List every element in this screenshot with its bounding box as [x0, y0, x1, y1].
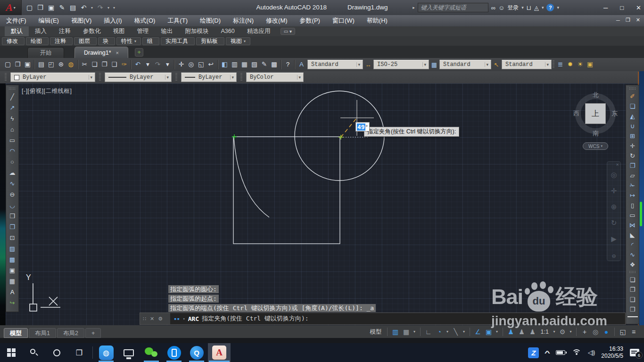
infocenter-search-input[interactable] — [418, 3, 488, 12]
qnew-icon[interactable]: ▢ — [25, 4, 34, 11]
menu-window[interactable]: 窗口(W) — [326, 15, 361, 26]
point-icon[interactable]: ⊡ — [6, 232, 18, 243]
mirror-icon[interactable]: ◭ — [626, 111, 639, 121]
toolbar-grip[interactable] — [99, 73, 101, 82]
object-snap-tracking-icon[interactable]: ∠ — [473, 327, 483, 337]
ribbon-tab-featured[interactable]: 精选应用 — [241, 26, 277, 36]
extend-icon[interactable]: ↦ — [626, 190, 639, 200]
clean-screen-icon[interactable]: ◱ — [618, 327, 627, 337]
battery-icon[interactable] — [556, 350, 565, 355]
ribbon-tab-home[interactable]: 默认 — [5, 26, 29, 36]
menu-help[interactable]: 帮助(H) — [361, 15, 394, 26]
tab-model[interactable]: 模型 — [4, 328, 28, 338]
ribbon-tab-parametric[interactable]: 参数化 — [77, 26, 107, 36]
undo-caret-icon[interactable]: ▾ — [90, 6, 94, 10]
ortho-mode-icon[interactable]: ∟ — [424, 327, 433, 337]
ribbon-tab-addins[interactable]: 附加模块 — [179, 26, 215, 36]
toolbar-grip[interactable] — [553, 60, 554, 69]
zoom-previous-icon[interactable]: ↩ — [206, 58, 216, 71]
viewcube-top-face[interactable]: 上 — [585, 103, 606, 124]
workspace-gear-icon[interactable]: ⚙ — [558, 327, 567, 337]
minimize-button[interactable]: ─ — [603, 4, 608, 11]
separator[interactable] — [470, 328, 470, 336]
panel-groups[interactable]: 组 — [142, 37, 159, 45]
signin-button[interactable]: 登录 — [507, 4, 519, 12]
create-block-icon[interactable]: ❐ — [6, 222, 18, 232]
hidden-icons-caret[interactable]: ^ — [545, 349, 550, 356]
tab-layout2[interactable]: 布局2 — [57, 328, 84, 338]
grid-display-icon[interactable]: ▦ — [402, 327, 411, 337]
toolbar-grip[interactable] — [5, 73, 7, 82]
redo-icon[interactable]: ↷ — [95, 4, 105, 11]
paste-icon[interactable]: ❐ — [99, 58, 109, 71]
combo-caret-icon[interactable]: ▾ — [356, 62, 361, 67]
osnap-caret-icon[interactable]: ▾ — [495, 327, 499, 337]
separator[interactable] — [387, 328, 388, 336]
separator[interactable] — [576, 328, 577, 336]
drawing-tab[interactable]: Drawing1* × — [74, 47, 128, 58]
viewcube-wcs-menu[interactable]: WCS▾ — [583, 142, 608, 150]
stretch-icon[interactable]: ▱ — [626, 171, 639, 181]
taskbar-wechat-app[interactable] — [140, 343, 163, 362]
pan-icon[interactable]: ✛ — [176, 58, 186, 71]
command-line[interactable]: ∷ ✕ ⚙ ▪▪ ▾ ARC 指定夹角(按住 Ctrl 键以切换方向): — [140, 313, 626, 325]
graphics-performance-icon[interactable]: ● — [602, 327, 611, 337]
isolate-objects-icon[interactable]: ◎ — [591, 327, 600, 337]
signin-caret-icon[interactable]: ▾ — [521, 5, 524, 10]
wifi-icon[interactable] — [572, 349, 581, 356]
dynamic-input-field[interactable]: 49 ° — [355, 122, 370, 132]
taskbar-phone-app[interactable] — [163, 343, 185, 362]
gradient-icon[interactable]: ▩ — [6, 254, 18, 265]
save-icon[interactable]: ▣ — [23, 58, 33, 71]
join-icon[interactable]: ⋈ — [626, 220, 639, 230]
ribbon-tab-annotate[interactable]: 注释 — [53, 26, 77, 36]
start-tab[interactable]: 开始 — [27, 47, 64, 58]
navigation-bar[interactable]: ✕ ◎✛⊕↻▶ ⊖ — [607, 161, 621, 261]
viewcube-south-label[interactable]: 南 — [593, 129, 599, 138]
object-snap-icon[interactable]: ▣ — [484, 327, 494, 337]
ribbon-tab-view[interactable]: 视图 — [107, 26, 131, 36]
pan-hand-icon[interactable]: ✛ — [611, 183, 617, 199]
taskbar-autocad-app[interactable]: A — [208, 343, 231, 362]
polyline-icon[interactable]: ϟ — [6, 113, 18, 124]
menu-file[interactable]: 文件(F) — [0, 15, 33, 26]
separator[interactable] — [174, 60, 175, 69]
send-to-back-icon[interactable]: ❐ — [626, 285, 639, 295]
ellipse-arc-icon[interactable]: ◡ — [6, 200, 18, 211]
scale-icon[interactable]: ❐ — [626, 161, 639, 171]
qat-customize-icon[interactable]: ▾ — [112, 6, 116, 10]
insert-block-icon[interactable]: ❒ — [6, 211, 18, 222]
isodraft-caret-icon[interactable]: ▾ — [462, 327, 466, 337]
copy-icon[interactable]: ❏ — [626, 101, 639, 111]
autodesk-a360-icon[interactable]: ◬ — [534, 4, 539, 11]
region-icon[interactable]: ▣ — [6, 265, 18, 276]
plot-icon[interactable]: ▤ — [36, 58, 46, 71]
annotation-scale-icon[interactable]: ♟ — [528, 327, 537, 337]
snap-mode-icon[interactable]: ▥ — [391, 327, 400, 337]
table-icon[interactable]: ▦ — [6, 276, 18, 287]
zoom-tool-icon[interactable]: ⊕ — [611, 199, 617, 215]
command-close-icon[interactable]: ✕ — [150, 316, 154, 322]
panel-annotation[interactable]: 注释 — [50, 37, 73, 45]
new-drawing-tab-button[interactable]: + — [135, 48, 143, 57]
app-menu-button[interactable]: A ▾ — [0, 0, 22, 15]
menu-insert[interactable]: 插入(I) — [98, 15, 128, 26]
sun-icon[interactable]: ☀ — [575, 58, 585, 71]
dim-style-combo[interactable]: ISO-25▾ — [373, 60, 429, 69]
drawing-tab-close-icon[interactable]: × — [116, 50, 119, 56]
menu-draw[interactable]: 绘图(D) — [194, 15, 227, 26]
undo-caret-icon[interactable]: ▾ — [143, 58, 153, 71]
color-control-combo[interactable]: ByLayer▾ — [10, 73, 95, 82]
help-caret-icon[interactable]: ▾ — [557, 5, 559, 10]
circle-icon[interactable]: ○ — [6, 156, 18, 167]
toolbar-grip[interactable] — [240, 73, 242, 82]
bring-to-front-icon[interactable]: ❏ — [626, 275, 639, 285]
toolbar-grip[interactable] — [8, 87, 16, 90]
open-icon[interactable]: ❒ — [13, 58, 23, 71]
hatch-icon[interactable]: ▨ — [6, 243, 18, 254]
scale-caret-icon[interactable]: ▾ — [552, 327, 556, 337]
menu-parametric[interactable]: 参数(P) — [294, 15, 326, 26]
redo-caret-icon[interactable]: ▾ — [163, 58, 173, 71]
customization-menu-icon[interactable]: ≡ — [629, 327, 638, 337]
etransmit-icon[interactable]: ≣ — [555, 58, 565, 71]
